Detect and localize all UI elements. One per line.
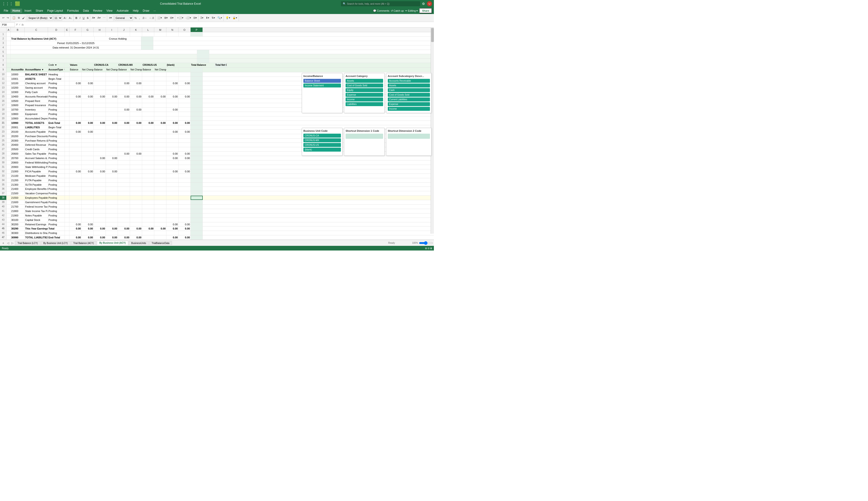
cell-p4[interactable] (141, 45, 153, 50)
col-header-b[interactable]: B (11, 28, 25, 32)
settings-icon[interactable]: ⚙ (422, 2, 425, 6)
cell-n1[interactable] (166, 32, 178, 36)
cell-a8[interactable] (7, 63, 11, 67)
cell-l1[interactable] (142, 32, 154, 36)
cell-n10[interactable] (166, 72, 178, 76)
cell-a6[interactable] (7, 54, 11, 58)
expense-subcat-chip[interactable]: Expense (388, 102, 430, 106)
font-color-btn[interactable]: A▾ (97, 16, 101, 20)
fill-btn[interactable]: ⬇▾ (205, 16, 210, 20)
editing-btn[interactable]: ✏ Editing ▾ (405, 9, 418, 12)
cell-g10[interactable] (81, 72, 94, 76)
menu-draw[interactable]: Draw (141, 9, 151, 13)
increase-decimal-btn[interactable]: .0→ (141, 16, 148, 20)
income-chip[interactable]: Income (345, 97, 383, 102)
cell-7-span[interactable] (11, 58, 197, 63)
more-format-btn[interactable]: ⋯ (102, 16, 107, 20)
col-header-i[interactable]: I (106, 28, 118, 32)
nav-right-btn[interactable]: ▷ (11, 242, 14, 245)
tab-by-business-unit-acy[interactable]: By Business Unit (ACY) (97, 241, 128, 245)
cell-d10[interactable]: Heading (48, 72, 65, 76)
cell-j1[interactable] (118, 32, 130, 36)
cell-g1[interactable] (81, 32, 94, 36)
rownum-12[interactable]: 12 (0, 81, 7, 85)
cell-c10[interactable]: BALANCE SHEET (25, 72, 48, 76)
menu-view[interactable]: View (105, 9, 114, 13)
menu-home[interactable]: Home (11, 9, 22, 13)
cell-l10[interactable] (142, 72, 154, 76)
find-btn[interactable]: 🔍▾ (217, 16, 223, 20)
menu-share[interactable]: Share (34, 9, 45, 13)
cell-a10[interactable] (7, 72, 11, 76)
add-sheet-btn[interactable]: + (1, 241, 6, 245)
cell-h1[interactable] (94, 32, 106, 36)
copy-btn[interactable]: ⧉ (17, 16, 21, 20)
rownum-5[interactable]: 5 (0, 50, 7, 54)
ar-subcat-chip[interactable]: Accounts Receivable (388, 79, 430, 83)
col-header-j[interactable]: J (118, 28, 130, 32)
shortcut-dim1-empty[interactable] (345, 134, 383, 139)
cell-d1[interactable] (48, 32, 65, 36)
format-cells-btn[interactable]: ⊟▾ (193, 16, 198, 20)
tab-by-business-unit-lcy[interactable]: By Business Unit (LCY) (41, 241, 70, 245)
zoom-slider[interactable] (419, 242, 433, 244)
cell-i1[interactable] (106, 32, 118, 36)
cell-c1[interactable] (25, 32, 48, 36)
cell-m10[interactable] (154, 72, 166, 76)
number-format-select[interactable]: General (114, 15, 133, 21)
scrollbar-thumb[interactable] (431, 28, 434, 42)
cell-title[interactable]: Trial Balance by Business Unit (ACY) (11, 36, 95, 41)
format-as-table-btn[interactable]: ⊟▾ (169, 16, 175, 20)
sort-filter-btn[interactable]: ⇅▾ (211, 16, 216, 20)
increase-font-btn[interactable]: A↑ (63, 16, 68, 20)
cronus-us-chip[interactable]: CRONUS-US (304, 143, 341, 147)
rownum-2[interactable]: 2 (0, 36, 7, 41)
currentliab-subcat-chip[interactable]: Current Liabilities (388, 97, 430, 102)
col-header-k[interactable]: K (130, 28, 142, 32)
cronus-mx-chip[interactable]: CRONUS-MX (304, 138, 341, 142)
cell-5-span[interactable] (11, 50, 197, 54)
cell-a5[interactable] (7, 50, 11, 54)
col-header-l[interactable]: L (142, 28, 154, 32)
cell-p10[interactable] (190, 72, 203, 76)
italic-btn[interactable]: I (79, 16, 81, 20)
strikethrough-btn[interactable]: S (86, 16, 89, 20)
rownum-1[interactable]: 1 (0, 32, 7, 36)
cronus-ca-chip[interactable]: CRONUS-CA (304, 134, 341, 138)
percent-btn[interactable]: % (133, 16, 138, 20)
search-bar[interactable]: 🔍 Search for tools, help, and more (Alt … (341, 1, 420, 6)
cell-i10[interactable] (106, 72, 118, 76)
comments-btn[interactable]: 💬 Comments (373, 9, 389, 12)
menu-help[interactable]: Help (131, 9, 141, 13)
cell-k1[interactable] (130, 32, 142, 36)
catchup-btn[interactable]: ↺ Catch up (391, 9, 404, 12)
liabilities-chip[interactable]: Liabilities (345, 102, 383, 106)
cell-company[interactable]: Cronus Holding (95, 36, 141, 41)
blank-chip[interactable]: (blank) (304, 148, 341, 152)
tab-trial-balance-acy[interactable]: Trial Balance (ACY) (71, 241, 97, 245)
cell-p9[interactable] (190, 68, 203, 72)
share-btn[interactable]: Share (419, 8, 432, 13)
cell-a9[interactable] (7, 68, 11, 72)
cell-a3[interactable] (7, 41, 11, 45)
col-header-e[interactable]: E (65, 28, 69, 32)
cell-f1[interactable] (69, 32, 81, 36)
cell-f10[interactable] (69, 72, 81, 76)
format-painter-btn[interactable]: 🖌 (21, 16, 26, 20)
tab-trial-balance-data[interactable]: TrialBalanceData (149, 241, 172, 245)
col-header-d[interactable]: D (48, 28, 65, 32)
cell-e10[interactable] (65, 72, 69, 76)
undo-btn[interactable]: ↩ (1, 16, 6, 20)
menu-page-layout[interactable]: Page Layout (45, 9, 65, 13)
comma-btn[interactable]: , (138, 16, 141, 20)
cell-c8[interactable] (25, 63, 48, 67)
income-subcat-chip[interactable]: Income (388, 107, 430, 111)
menu-insert[interactable]: Insert (23, 9, 33, 13)
bold-btn[interactable]: B (75, 16, 78, 20)
cash-subcat-chip[interactable]: Cash (388, 88, 430, 92)
ideas-btn[interactable]: 💡▾ (224, 16, 231, 20)
rownum-11[interactable]: 11 (0, 77, 7, 81)
cell-b10[interactable]: 10000 (11, 72, 25, 76)
redo-btn[interactable]: ↪ (6, 16, 10, 20)
cell-p5[interactable] (197, 50, 209, 54)
